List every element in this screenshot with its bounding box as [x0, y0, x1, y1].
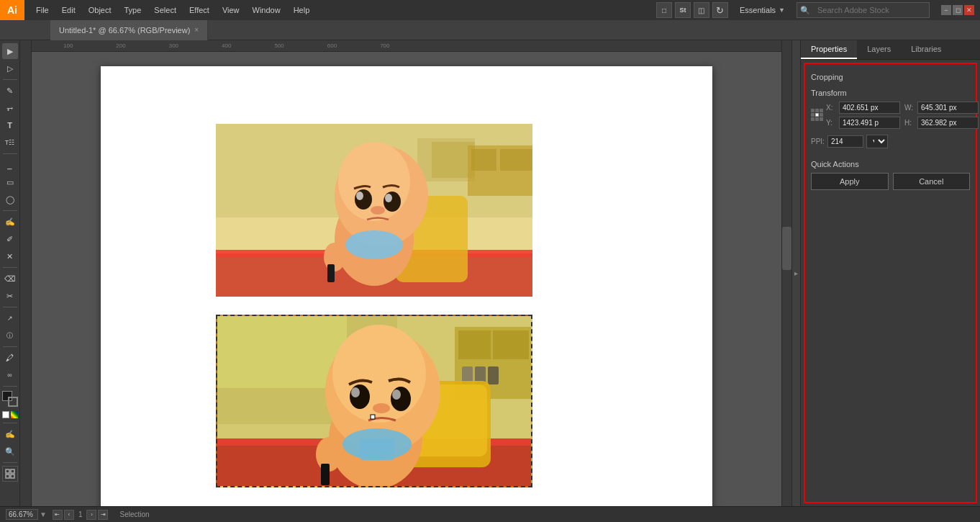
stroke-color[interactable]: [8, 397, 18, 407]
menu-edit[interactable]: Edit: [56, 4, 81, 16]
x-input[interactable]: [839, 102, 900, 114]
tool-warp[interactable]: ⓘ: [2, 328, 18, 343]
panel-content: Cropping Transform X:: [804, 63, 977, 503]
zoom-input[interactable]: [6, 509, 38, 520]
transform-section: X: W: Y:: [811, 102, 970, 148]
canvas-wrapper[interactable]: [32, 52, 781, 506]
search-icon: 🔍: [800, 6, 810, 15]
tool-blend[interactable]: ∞: [2, 367, 18, 383]
tool-eraser[interactable]: ⌫: [2, 271, 18, 287]
menu-type[interactable]: Type: [119, 4, 148, 16]
color-mode-icons: [2, 411, 18, 418]
transform-reference-grid[interactable]: [811, 109, 823, 122]
last-page-button[interactable]: ⇥: [98, 510, 108, 520]
tool-eyedropper[interactable]: 🖍: [2, 350, 18, 366]
gradient-color[interactable]: [11, 411, 18, 418]
artboards-tool[interactable]: [2, 466, 18, 482]
toolbar-icon-1[interactable]: □: [656, 2, 672, 18]
baby-image-top: [216, 124, 532, 297]
y-input[interactable]: [839, 117, 900, 129]
zoom-control: ▼: [6, 509, 47, 520]
toolbar-divider-6: [3, 346, 17, 347]
image-bottom[interactable]: [216, 315, 532, 487]
close-button[interactable]: ✕: [964, 5, 974, 15]
minimize-button[interactable]: −: [941, 5, 951, 15]
ppi-input[interactable]: [827, 135, 863, 148]
tool-pencil[interactable]: ✐: [2, 231, 18, 247]
tool-rect[interactable]: ▭: [2, 174, 18, 190]
tab-close-icon[interactable]: ×: [194, 26, 199, 34]
svg-rect-30: [493, 330, 529, 359]
restore-button[interactable]: ◻: [953, 5, 963, 15]
svg-rect-2: [6, 474, 9, 478]
tool-zoom[interactable]: 🔍: [2, 444, 18, 459]
svg-rect-9: [471, 149, 496, 171]
none-color[interactable]: [2, 411, 9, 418]
svg-point-43: [351, 387, 360, 397]
panel-collapse[interactable]: ▸: [791, 40, 800, 506]
tool-scissors[interactable]: ✂: [2, 288, 18, 304]
svg-rect-33: [488, 366, 499, 384]
toolbar-divider-9: [3, 462, 17, 463]
apply-button[interactable]: Apply: [811, 173, 889, 190]
tool-curvature[interactable]: ⥅: [2, 100, 18, 116]
toolbar-divider-5: [3, 307, 17, 307]
ppi-dropdown[interactable]: ▼: [866, 135, 888, 148]
menu-select[interactable]: Select: [148, 4, 182, 16]
tab-libraries[interactable]: Libraries: [901, 40, 951, 59]
scrollbar-thumb[interactable]: [782, 227, 791, 270]
w-label: W:: [904, 104, 916, 112]
svg-point-18: [384, 192, 401, 212]
svg-point-21: [371, 206, 385, 215]
transform-xy-wh: X: W: Y:: [826, 102, 979, 129]
cropping-label: Cropping: [811, 73, 970, 81]
search-input[interactable]: [813, 4, 926, 16]
menu-help[interactable]: Help: [288, 4, 316, 16]
svg-point-19: [356, 192, 363, 200]
tool-shaper[interactable]: ✕: [2, 248, 18, 264]
tab-properties[interactable]: Properties: [801, 40, 857, 59]
w-input[interactable]: [917, 102, 979, 114]
transform-xw-row: X: W:: [826, 102, 979, 114]
next-page-button[interactable]: ›: [86, 510, 96, 520]
tool-hand[interactable]: ✍: [2, 426, 18, 442]
tool-paintbrush[interactable]: ✍: [2, 214, 18, 230]
prev-page-button[interactable]: ‹: [64, 510, 74, 520]
tool-type[interactable]: T: [2, 117, 18, 133]
menu-file[interactable]: File: [30, 4, 55, 16]
quick-actions-label: Quick Actions: [811, 160, 970, 168]
essentials-dropdown-icon[interactable]: ▼: [779, 6, 785, 14]
tool-scale[interactable]: ↗: [2, 310, 18, 326]
tool-line[interactable]: ⎯: [2, 157, 18, 173]
scrollbar-right[interactable]: [781, 40, 791, 506]
svg-rect-49: [321, 464, 330, 485]
artboard: [101, 66, 712, 506]
tool-direct-selection[interactable]: ▷: [2, 60, 18, 76]
tool-touch-type[interactable]: T☷: [2, 135, 18, 150]
tool-selection[interactable]: ▶: [2, 43, 18, 59]
tool-pen[interactable]: ✎: [2, 83, 18, 99]
tool-ellipse[interactable]: ◯: [2, 192, 18, 207]
menu-window[interactable]: Window: [247, 4, 286, 16]
toolbar-icon-st[interactable]: St: [675, 2, 691, 18]
toolbar-icon-rotate[interactable]: ↻: [712, 2, 728, 18]
canvas-area[interactable]: 100 200 300 400 500 600 700: [32, 40, 781, 506]
image-top[interactable]: [216, 124, 532, 297]
svg-point-45: [373, 403, 390, 413]
transform-w-field: W:: [904, 102, 979, 114]
ai-logo: Ai: [0, 0, 24, 20]
cancel-button[interactable]: Cancel: [893, 173, 971, 190]
zoom-dropdown-icon[interactable]: ▼: [40, 510, 47, 518]
toolbar-divider-2: [3, 153, 17, 154]
tab-layers[interactable]: Layers: [857, 40, 901, 59]
h-input[interactable]: [917, 117, 979, 129]
menu-view[interactable]: View: [217, 4, 245, 16]
first-page-button[interactable]: ⇤: [53, 510, 63, 520]
titlebar: Ai File Edit Object Type Select Effect V…: [0, 0, 980, 20]
transform-label: Transform: [811, 89, 970, 97]
menu-object[interactable]: Object: [83, 4, 117, 16]
menu-effect[interactable]: Effect: [183, 4, 215, 16]
svg-rect-0: [6, 469, 9, 473]
toolbar-icon-grid[interactable]: ◫: [694, 2, 709, 18]
document-tab[interactable]: Untitled-1* @ 66.67% (RGB/Preview) ×: [50, 20, 208, 40]
